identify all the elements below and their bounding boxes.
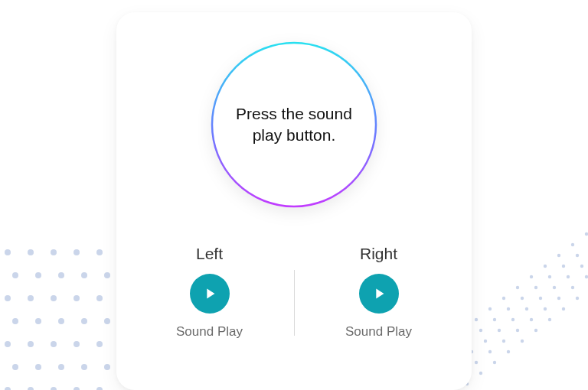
svg-point-23 <box>104 318 110 324</box>
svg-point-125 <box>479 372 482 375</box>
svg-point-92 <box>539 297 542 300</box>
svg-point-95 <box>580 265 583 268</box>
svg-point-126 <box>493 361 496 364</box>
svg-point-89 <box>498 329 501 332</box>
svg-point-94 <box>567 275 570 278</box>
svg-point-39 <box>51 387 57 390</box>
svg-point-2 <box>28 249 34 255</box>
svg-point-110 <box>530 318 533 321</box>
svg-point-33 <box>58 364 64 370</box>
svg-point-20 <box>35 318 41 324</box>
svg-point-41 <box>96 387 103 390</box>
svg-point-11 <box>104 272 110 278</box>
svg-point-129 <box>534 329 537 332</box>
svg-point-111 <box>544 307 547 310</box>
svg-point-90 <box>511 318 514 321</box>
svg-point-93 <box>553 286 556 289</box>
svg-point-7 <box>12 272 18 278</box>
svg-point-57 <box>571 243 574 246</box>
svg-point-130 <box>548 318 551 321</box>
svg-point-19 <box>12 318 18 324</box>
svg-point-40 <box>74 387 80 390</box>
left-play-button[interactable] <box>190 274 230 314</box>
svg-point-8 <box>35 272 41 278</box>
svg-point-113 <box>571 286 574 289</box>
svg-point-73 <box>534 286 537 289</box>
svg-point-71 <box>507 307 510 310</box>
svg-point-108 <box>502 340 505 343</box>
svg-point-88 <box>484 340 487 343</box>
svg-point-17 <box>96 295 103 301</box>
stage: Press the sound play button. Left Sound … <box>0 0 588 390</box>
svg-point-74 <box>548 275 551 278</box>
svg-point-128 <box>521 340 524 343</box>
svg-point-38 <box>28 387 34 390</box>
svg-point-69 <box>479 329 482 332</box>
left-channel-label: Left <box>196 245 223 263</box>
svg-point-25 <box>5 341 11 347</box>
svg-point-53 <box>516 286 519 289</box>
svg-point-112 <box>557 297 560 300</box>
svg-point-131 <box>562 307 565 310</box>
right-play-caption: Sound Play <box>345 324 412 340</box>
right-channel-label: Right <box>360 245 397 263</box>
svg-point-72 <box>521 297 524 300</box>
svg-point-106 <box>475 361 478 364</box>
svg-point-109 <box>516 329 519 332</box>
left-channel-group: Left Sound Play <box>141 245 279 340</box>
svg-point-51 <box>488 307 492 310</box>
svg-point-132 <box>576 297 579 300</box>
svg-point-54 <box>530 275 533 278</box>
instruction-text: Press the sound play button. <box>209 40 379 210</box>
svg-point-114 <box>585 275 588 278</box>
svg-point-16 <box>74 295 80 301</box>
svg-point-50 <box>475 318 478 321</box>
svg-point-32 <box>35 364 41 370</box>
sound-controls: Left Sound Play Right Sound Play <box>116 245 472 340</box>
instruction-circle: Press the sound play button. <box>209 40 379 210</box>
svg-point-58 <box>585 232 588 236</box>
sound-test-card: Press the sound play button. Left Sound … <box>116 12 472 390</box>
svg-point-76 <box>576 254 579 257</box>
svg-point-10 <box>81 272 87 278</box>
svg-point-35 <box>104 364 110 370</box>
play-icon <box>201 285 218 302</box>
svg-point-1 <box>5 249 11 255</box>
svg-point-52 <box>502 297 505 300</box>
svg-point-28 <box>74 341 80 347</box>
play-icon <box>371 285 387 302</box>
svg-point-55 <box>544 265 547 268</box>
svg-point-4 <box>74 249 80 255</box>
svg-point-22 <box>81 318 87 324</box>
svg-point-56 <box>557 254 560 257</box>
svg-point-26 <box>28 341 34 347</box>
left-play-caption: Sound Play <box>176 324 243 340</box>
svg-point-29 <box>96 341 103 347</box>
svg-point-14 <box>28 295 34 301</box>
svg-point-5 <box>96 249 103 255</box>
svg-point-91 <box>525 307 528 310</box>
svg-point-13 <box>5 295 11 301</box>
svg-point-3 <box>51 249 57 255</box>
svg-point-31 <box>12 364 18 370</box>
svg-point-107 <box>488 350 492 353</box>
channel-divider <box>294 270 295 336</box>
svg-point-75 <box>562 265 565 268</box>
svg-point-9 <box>58 272 64 278</box>
svg-point-70 <box>493 318 496 321</box>
svg-point-127 <box>507 350 510 353</box>
svg-point-27 <box>51 341 57 347</box>
svg-point-37 <box>5 387 11 390</box>
svg-point-15 <box>51 295 57 301</box>
right-channel-group: Right Sound Play <box>310 245 448 340</box>
right-play-button[interactable] <box>359 274 399 314</box>
svg-point-34 <box>81 364 87 370</box>
svg-point-21 <box>58 318 64 324</box>
